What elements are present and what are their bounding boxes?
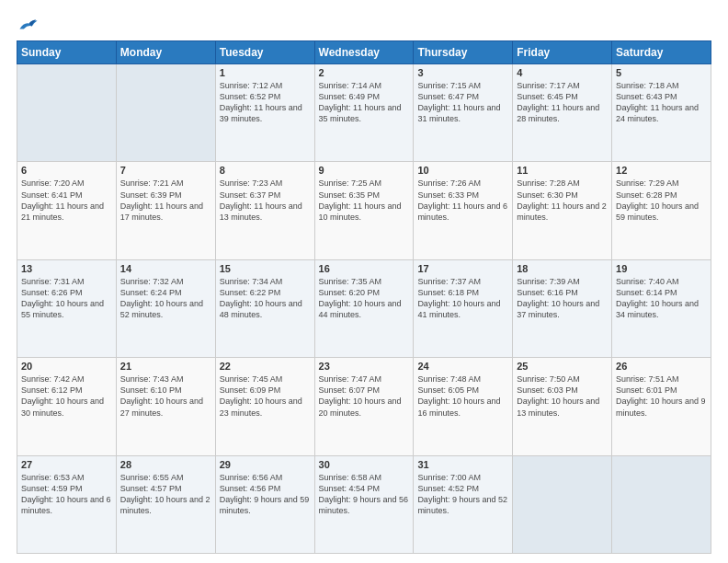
day-number: 4 — [517, 67, 608, 78]
calendar-cell: 20Sunrise: 7:42 AM Sunset: 6:12 PM Dayli… — [17, 358, 117, 455]
calendar-cell — [612, 455, 711, 553]
day-info: Sunrise: 7:18 AM Sunset: 6:43 PM Dayligh… — [616, 80, 707, 125]
calendar-cell: 1Sunrise: 7:12 AM Sunset: 6:52 PM Daylig… — [215, 64, 314, 162]
day-info: Sunrise: 7:23 AM Sunset: 6:37 PM Dayligh… — [220, 178, 311, 223]
day-info: Sunrise: 6:53 AM Sunset: 4:59 PM Dayligh… — [21, 472, 112, 517]
day-info: Sunrise: 7:47 AM Sunset: 6:07 PM Dayligh… — [319, 373, 410, 419]
day-number: 3 — [417, 67, 508, 78]
day-info: Sunrise: 7:15 AM Sunset: 6:47 PM Dayligh… — [417, 80, 508, 125]
day-number: 25 — [517, 361, 608, 372]
day-number: 14 — [120, 263, 211, 274]
day-info: Sunrise: 7:31 AM Sunset: 6:26 PM Dayligh… — [21, 276, 112, 321]
day-number: 1 — [220, 67, 311, 78]
header — [17, 17, 711, 33]
day-number: 18 — [517, 263, 608, 274]
page: SundayMondayTuesdayWednesdayThursdayFrid… — [0, 0, 728, 563]
calendar-cell: 16Sunrise: 7:35 AM Sunset: 6:20 PM Dayli… — [314, 259, 414, 357]
calendar-cell — [116, 64, 215, 162]
logo-text — [17, 17, 39, 33]
day-info: Sunrise: 6:56 AM Sunset: 4:56 PM Dayligh… — [220, 472, 311, 517]
weekday-header-saturday: Saturday — [612, 41, 711, 64]
calendar-cell: 25Sunrise: 7:50 AM Sunset: 6:03 PM Dayli… — [513, 358, 612, 455]
day-info: Sunrise: 7:37 AM Sunset: 6:18 PM Dayligh… — [417, 276, 508, 321]
calendar-cell — [17, 64, 117, 162]
day-info: Sunrise: 7:12 AM Sunset: 6:52 PM Dayligh… — [220, 80, 311, 125]
calendar-cell: 15Sunrise: 7:34 AM Sunset: 6:22 PM Dayli… — [215, 259, 314, 357]
header-row: SundayMondayTuesdayWednesdayThursdayFrid… — [17, 41, 711, 64]
calendar-cell: 9Sunrise: 7:25 AM Sunset: 6:35 PM Daylig… — [314, 162, 414, 259]
day-number: 26 — [616, 361, 707, 372]
calendar-cell: 6Sunrise: 7:20 AM Sunset: 6:41 PM Daylig… — [17, 162, 117, 259]
day-info: Sunrise: 7:00 AM Sunset: 4:52 PM Dayligh… — [417, 472, 508, 517]
calendar-cell: 7Sunrise: 7:21 AM Sunset: 6:39 PM Daylig… — [116, 162, 215, 259]
day-number: 30 — [319, 459, 410, 470]
calendar-cell: 2Sunrise: 7:14 AM Sunset: 6:49 PM Daylig… — [314, 64, 414, 162]
day-info: Sunrise: 7:35 AM Sunset: 6:20 PM Dayligh… — [319, 276, 410, 321]
calendar-cell: 13Sunrise: 7:31 AM Sunset: 6:26 PM Dayli… — [17, 259, 117, 357]
weekday-header-monday: Monday — [116, 41, 215, 64]
calendar-cell: 8Sunrise: 7:23 AM Sunset: 6:37 PM Daylig… — [215, 162, 314, 259]
calendar-cell: 19Sunrise: 7:40 AM Sunset: 6:14 PM Dayli… — [612, 259, 711, 357]
calendar-cell: 12Sunrise: 7:29 AM Sunset: 6:28 PM Dayli… — [612, 162, 711, 259]
calendar-cell: 22Sunrise: 7:45 AM Sunset: 6:09 PM Dayli… — [215, 358, 314, 455]
day-number: 7 — [120, 165, 211, 176]
calendar-cell: 14Sunrise: 7:32 AM Sunset: 6:24 PM Dayli… — [116, 259, 215, 357]
day-number: 15 — [220, 263, 311, 274]
calendar-table: SundayMondayTuesdayWednesdayThursdayFrid… — [17, 40, 711, 554]
day-info: Sunrise: 7:26 AM Sunset: 6:33 PM Dayligh… — [417, 178, 508, 223]
day-info: Sunrise: 7:21 AM Sunset: 6:39 PM Dayligh… — [120, 178, 211, 223]
calendar-cell: 26Sunrise: 7:51 AM Sunset: 6:01 PM Dayli… — [612, 358, 711, 455]
day-info: Sunrise: 7:25 AM Sunset: 6:35 PM Dayligh… — [319, 178, 410, 223]
day-number: 17 — [417, 263, 508, 274]
calendar-cell: 23Sunrise: 7:47 AM Sunset: 6:07 PM Dayli… — [314, 358, 414, 455]
day-info: Sunrise: 7:50 AM Sunset: 6:03 PM Dayligh… — [517, 373, 608, 419]
calendar-cell: 11Sunrise: 7:28 AM Sunset: 6:30 PM Dayli… — [513, 162, 612, 259]
weekday-header-wednesday: Wednesday — [314, 41, 414, 64]
day-info: Sunrise: 7:51 AM Sunset: 6:01 PM Dayligh… — [616, 373, 707, 419]
logo-bird-icon — [18, 17, 39, 33]
calendar-cell: 3Sunrise: 7:15 AM Sunset: 6:47 PM Daylig… — [414, 64, 513, 162]
day-info: Sunrise: 7:45 AM Sunset: 6:09 PM Dayligh… — [220, 373, 311, 419]
day-number: 20 — [21, 361, 112, 372]
day-number: 27 — [21, 459, 112, 470]
weekday-header-sunday: Sunday — [17, 41, 117, 64]
calendar-cell — [513, 455, 612, 553]
day-info: Sunrise: 7:48 AM Sunset: 6:05 PM Dayligh… — [417, 373, 508, 419]
calendar-cell: 24Sunrise: 7:48 AM Sunset: 6:05 PM Dayli… — [414, 358, 513, 455]
day-info: Sunrise: 7:43 AM Sunset: 6:10 PM Dayligh… — [120, 373, 211, 419]
calendar-cell: 10Sunrise: 7:26 AM Sunset: 6:33 PM Dayli… — [414, 162, 513, 259]
calendar-week-2: 6Sunrise: 7:20 AM Sunset: 6:41 PM Daylig… — [17, 162, 711, 259]
day-number: 21 — [120, 361, 211, 372]
day-number: 29 — [220, 459, 311, 470]
calendar-cell: 31Sunrise: 7:00 AM Sunset: 4:52 PM Dayli… — [414, 455, 513, 553]
calendar-cell: 21Sunrise: 7:43 AM Sunset: 6:10 PM Dayli… — [116, 358, 215, 455]
day-info: Sunrise: 7:29 AM Sunset: 6:28 PM Dayligh… — [616, 178, 707, 223]
day-number: 8 — [220, 165, 311, 176]
day-info: Sunrise: 7:28 AM Sunset: 6:30 PM Dayligh… — [517, 178, 608, 223]
day-info: Sunrise: 7:34 AM Sunset: 6:22 PM Dayligh… — [220, 276, 311, 321]
day-info: Sunrise: 7:40 AM Sunset: 6:14 PM Dayligh… — [616, 276, 707, 321]
day-number: 6 — [21, 165, 112, 176]
calendar-cell: 17Sunrise: 7:37 AM Sunset: 6:18 PM Dayli… — [414, 259, 513, 357]
calendar-cell: 4Sunrise: 7:17 AM Sunset: 6:45 PM Daylig… — [513, 64, 612, 162]
calendar-cell: 18Sunrise: 7:39 AM Sunset: 6:16 PM Dayli… — [513, 259, 612, 357]
day-info: Sunrise: 7:17 AM Sunset: 6:45 PM Dayligh… — [517, 80, 608, 125]
day-number: 19 — [616, 263, 707, 274]
calendar-cell: 5Sunrise: 7:18 AM Sunset: 6:43 PM Daylig… — [612, 64, 711, 162]
day-number: 2 — [319, 67, 410, 78]
calendar-week-4: 20Sunrise: 7:42 AM Sunset: 6:12 PM Dayli… — [17, 358, 711, 455]
calendar-week-1: 1Sunrise: 7:12 AM Sunset: 6:52 PM Daylig… — [17, 64, 711, 162]
day-number: 23 — [319, 361, 410, 372]
day-info: Sunrise: 7:20 AM Sunset: 6:41 PM Dayligh… — [21, 178, 112, 223]
day-number: 9 — [319, 165, 410, 176]
day-number: 28 — [120, 459, 211, 470]
day-info: Sunrise: 7:32 AM Sunset: 6:24 PM Dayligh… — [120, 276, 211, 321]
day-number: 22 — [220, 361, 311, 372]
logo — [17, 17, 39, 33]
day-number: 11 — [517, 165, 608, 176]
day-info: Sunrise: 6:58 AM Sunset: 4:54 PM Dayligh… — [319, 472, 410, 517]
calendar-cell: 28Sunrise: 6:55 AM Sunset: 4:57 PM Dayli… — [116, 455, 215, 553]
day-number: 31 — [417, 459, 508, 470]
day-info: Sunrise: 7:14 AM Sunset: 6:49 PM Dayligh… — [319, 80, 410, 125]
weekday-header-tuesday: Tuesday — [215, 41, 314, 64]
